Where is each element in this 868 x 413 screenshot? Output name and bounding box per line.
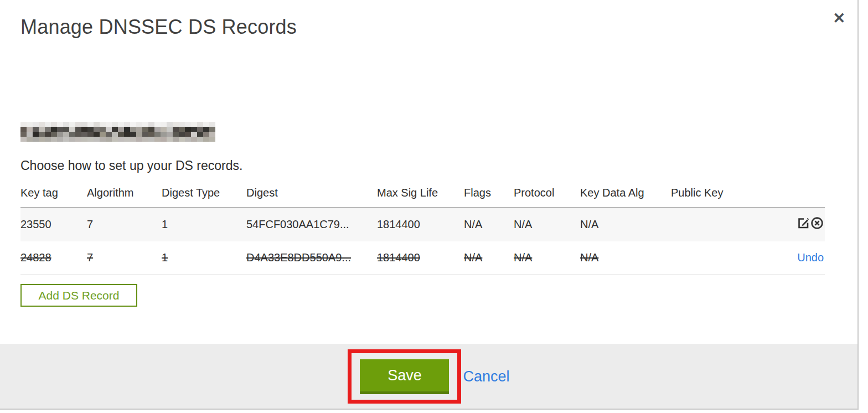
cell-flags: N/A [464, 251, 482, 264]
remove-circle-icon[interactable] [810, 216, 824, 230]
col-key-data-alg: Key Data Alg [580, 182, 671, 207]
col-digest: Digest [246, 182, 377, 207]
col-key-tag: Key tag [20, 182, 87, 207]
col-public-key: Public Key [671, 182, 767, 207]
cell-protocol: N/A [514, 218, 532, 230]
col-protocol: Protocol [514, 182, 580, 207]
ds-records-table: Key tag Algorithm Digest Type Digest Max… [20, 182, 825, 275]
undo-link[interactable]: Undo [797, 251, 824, 264]
modal-footer: Save Cancel [0, 344, 857, 409]
cell-key-tag: 23550 [20, 218, 51, 230]
col-flags: Flags [464, 182, 514, 207]
cell-max-sig-life: 1814400 [377, 218, 420, 230]
page-title: Manage DNSSEC DS Records [20, 16, 297, 39]
col-max-sig-life: Max Sig Life [377, 182, 464, 207]
cell-digest-type: 1 [162, 251, 168, 264]
save-button[interactable]: Save [360, 359, 449, 394]
cell-protocol: N/A [514, 251, 532, 264]
cell-digest-type: 1 [162, 218, 168, 230]
cancel-link[interactable]: Cancel [463, 368, 509, 385]
cell-algorithm: 7 [87, 251, 93, 264]
col-algorithm: Algorithm [87, 182, 162, 207]
table-header-row: Key tag Algorithm Digest Type Digest Max… [20, 182, 825, 207]
cell-key-tag: 24828 [20, 251, 51, 264]
cell-key-data-alg: N/A [580, 218, 598, 230]
redacted-domain-name [20, 122, 215, 143]
instruction-text: Choose how to set up your DS records. [20, 158, 242, 173]
cell-digest: D4A33E8DD550A9... [246, 251, 351, 264]
manage-dnssec-modal: Manage DNSSEC DS Records ✕ Choose how to… [0, 0, 859, 410]
cell-key-data-alg: N/A [580, 251, 598, 264]
cell-digest: 54FCF030AA1C79... [246, 218, 349, 230]
close-icon[interactable]: ✕ [833, 11, 845, 26]
cell-flags: N/A [464, 218, 482, 230]
add-ds-record-button[interactable]: Add DS Record [20, 284, 137, 307]
cell-algorithm: 7 [87, 218, 93, 230]
annotation-highlight-rect: Save [348, 349, 461, 404]
col-actions [767, 182, 825, 207]
table-row-deleted: 24828 7 1 D4A33E8DD550A9... 1814400 N/A … [20, 241, 825, 275]
cell-max-sig-life: 1814400 [377, 251, 420, 264]
edit-icon[interactable] [797, 216, 810, 230]
col-digest-type: Digest Type [162, 182, 246, 207]
table-row: 23550 7 1 54FCF030AA1C79... 1814400 N/A … [20, 207, 825, 241]
